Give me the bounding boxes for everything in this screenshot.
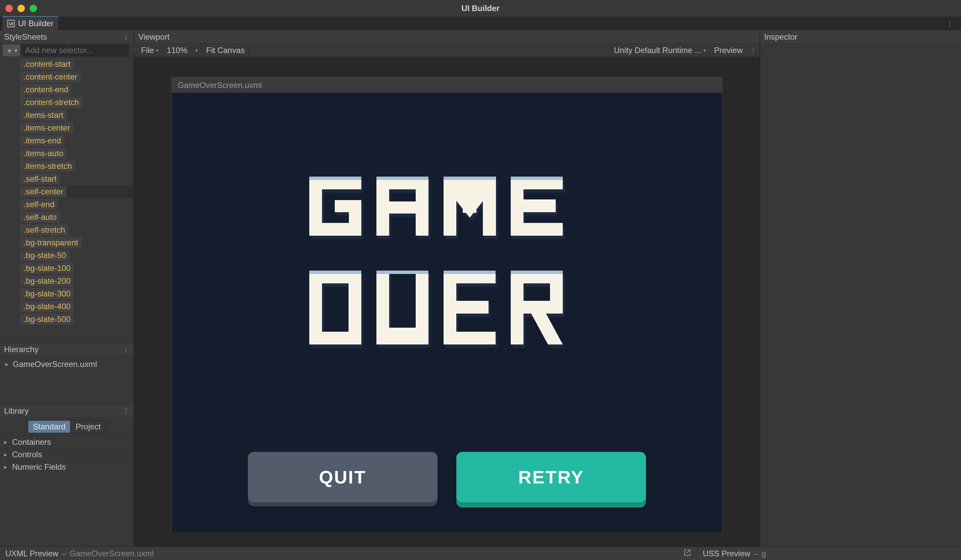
stylesheet-class-row[interactable]: .content-center: [20, 71, 133, 83]
stylesheet-class-pill[interactable]: .self-auto: [20, 212, 60, 223]
library-kebab-icon[interactable]: ⋮: [123, 407, 130, 415]
stylesheet-class-pill[interactable]: .content-end: [20, 84, 72, 95]
uss-preview-partial: g: [762, 549, 766, 558]
tab-label: UI Builder: [18, 19, 53, 28]
uxml-canvas[interactable]: QUIT RETRY: [172, 93, 722, 533]
stylesheet-class-pill[interactable]: .bg-slate-50: [20, 250, 69, 261]
viewport-fit-canvas-button[interactable]: Fit Canvas: [202, 43, 249, 57]
stylesheet-class-row[interactable]: .bg-transparent: [20, 236, 133, 249]
stylesheet-class-pill[interactable]: .content-center: [20, 71, 80, 83]
stylesheet-class-pill[interactable]: .bg-slate-100: [20, 263, 74, 274]
hierarchy-root-label: GameOverScreen.uxml: [13, 359, 97, 369]
stylesheet-class-row[interactable]: .self-start: [20, 173, 133, 185]
library-category-label: Controls: [12, 450, 42, 459]
stylesheets-panel-header: StyleSheets ⋮: [0, 30, 133, 43]
selector-input[interactable]: [22, 44, 129, 56]
stylesheet-class-row[interactable]: .bg-slate-500: [20, 313, 133, 326]
inspector-panel-header: Inspector: [760, 30, 961, 43]
retry-button[interactable]: RETRY: [456, 452, 646, 502]
stylesheet-class-pill[interactable]: .bg-transparent: [20, 237, 82, 249]
stylesheet-class-row[interactable]: .items-auto: [20, 147, 133, 160]
quit-label: QUIT: [319, 467, 366, 488]
traffic-lights: [5, 5, 37, 12]
expand-triangle-icon[interactable]: ▸: [5, 361, 10, 368]
library-tab-project[interactable]: Project: [71, 420, 106, 433]
expand-triangle-icon[interactable]: ▸: [4, 463, 9, 471]
stylesheet-class-row[interactable]: .bg-slate-400: [20, 300, 133, 313]
viewport-theme-dropdown[interactable]: Unity Default Runtime ... ▾: [610, 43, 710, 57]
stylesheet-class-pill[interactable]: .self-center: [20, 186, 67, 197]
open-external-icon[interactable]: [684, 549, 697, 558]
tab-ui-builder[interactable]: UI UI Builder: [3, 16, 58, 30]
stylesheet-class-row[interactable]: .content-stretch: [20, 96, 133, 109]
close-window-button[interactable]: [5, 5, 13, 12]
viewport-zoom-dropdown[interactable]: 110% ▾: [163, 43, 202, 57]
left-column: StyleSheets ⋮ ＋ ▾ ⋮ .content-start.conte…: [0, 30, 134, 547]
stylesheet-class-pill[interactable]: .content-start: [20, 58, 74, 70]
stylesheet-class-row[interactable]: .content-start: [20, 58, 133, 71]
viewport-column: Viewport File ▾ 110% ▾ Fit Canvas Unity …: [134, 30, 760, 547]
library-tab-standard[interactable]: Standard: [28, 420, 71, 433]
stylesheet-class-row[interactable]: .bg-slate-100: [20, 262, 133, 274]
library-category-list: ▸Containers▸Controls▸Numeric Fields: [0, 436, 133, 473]
svg-rect-7: [511, 271, 563, 274]
uss-preview-bar[interactable]: USS Preview – g: [697, 547, 961, 560]
svg-rect-2: [444, 177, 496, 180]
inspector-column: Inspector: [760, 30, 961, 547]
expand-triangle-icon[interactable]: ▸: [4, 438, 9, 446]
library-category-item[interactable]: ▸Controls: [0, 448, 133, 461]
hierarchy-kebab-icon[interactable]: ⋮: [123, 346, 130, 353]
stylesheet-class-row[interactable]: .bg-slate-50: [20, 249, 133, 262]
stylesheet-class-row[interactable]: .self-end: [20, 198, 133, 211]
gameover-title-graphic: [309, 177, 585, 351]
viewport-preview-toggle[interactable]: Preview: [710, 43, 747, 57]
library-panel: Library ⋮ Standard Project ▸Containers▸C…: [0, 404, 133, 547]
stylesheet-class-row[interactable]: .items-center: [20, 122, 133, 134]
library-title: Library: [4, 406, 29, 416]
stylesheet-class-row[interactable]: .self-center: [20, 185, 133, 198]
add-selector-dropdown[interactable]: ＋ ▾: [3, 44, 20, 56]
stylesheets-kebab-icon[interactable]: ⋮: [123, 33, 130, 41]
stylesheet-class-pill[interactable]: .bg-slate-200: [20, 275, 74, 287]
viewport-panel-header: Viewport: [134, 30, 760, 43]
stylesheet-class-row[interactable]: .self-stretch: [20, 224, 133, 236]
stylesheets-title: StyleSheets: [4, 32, 47, 42]
library-category-item[interactable]: ▸Containers: [0, 436, 133, 448]
stylesheet-class-row[interactable]: .bg-slate-300: [20, 287, 133, 300]
library-category-item[interactable]: ▸Numeric Fields: [0, 461, 133, 473]
stylesheet-class-pill[interactable]: .bg-slate-300: [20, 288, 74, 300]
stylesheet-class-pill[interactable]: .bg-slate-400: [20, 301, 74, 312]
chevron-down-icon: ▾: [156, 48, 159, 53]
svg-rect-3: [511, 177, 563, 180]
stylesheet-class-row[interactable]: .items-start: [20, 109, 133, 122]
stylesheet-class-row[interactable]: .items-end: [20, 134, 133, 147]
stylesheet-class-pill[interactable]: .items-center: [20, 122, 74, 134]
stylesheet-class-row[interactable]: .content-end: [20, 83, 133, 96]
stylesheet-class-row[interactable]: .bg-slate-200: [20, 274, 133, 287]
expand-triangle-icon[interactable]: ▸: [4, 451, 9, 458]
stylesheet-class-pill[interactable]: .content-stretch: [20, 97, 82, 108]
tabrow-kebab-icon[interactable]: ⋮: [946, 19, 954, 27]
titlebar: UI Builder: [0, 0, 961, 17]
stylesheet-class-pill[interactable]: .items-end: [20, 135, 64, 146]
stylesheet-class-pill[interactable]: .self-end: [20, 199, 58, 210]
minimize-window-button[interactable]: [18, 5, 25, 12]
stylesheet-class-pill[interactable]: .bg-slate-500: [20, 314, 74, 325]
stylesheet-class-pill[interactable]: .self-stretch: [20, 224, 69, 236]
gameover-buttons: QUIT RETRY: [248, 452, 646, 502]
quit-button[interactable]: QUIT: [248, 452, 437, 502]
viewport-canvas-area[interactable]: GameOverScreen.uxml: [134, 57, 760, 547]
hierarchy-root-item[interactable]: ▸ GameOverScreen.uxml: [3, 358, 133, 370]
stylesheet-class-pill[interactable]: .items-auto: [20, 148, 67, 159]
viewport-file-menu[interactable]: File ▾: [137, 43, 163, 57]
stylesheet-class-row[interactable]: .items-stretch: [20, 160, 133, 173]
stylesheets-list[interactable]: .content-start.content-center.content-en…: [0, 57, 133, 342]
uxml-preview-bar[interactable]: UXML Preview – GameOverScreen.uxml: [0, 547, 697, 560]
viewport-kebab-icon[interactable]: ⋮: [747, 47, 757, 54]
zoom-window-button[interactable]: [29, 5, 37, 12]
stylesheet-class-pill[interactable]: .items-stretch: [20, 160, 75, 172]
stylesheet-class-pill[interactable]: .items-start: [20, 109, 67, 121]
uxml-preview-label: UXML Preview: [5, 549, 58, 558]
stylesheet-class-row[interactable]: .self-auto: [20, 211, 133, 224]
stylesheet-class-pill[interactable]: .self-start: [20, 173, 60, 185]
